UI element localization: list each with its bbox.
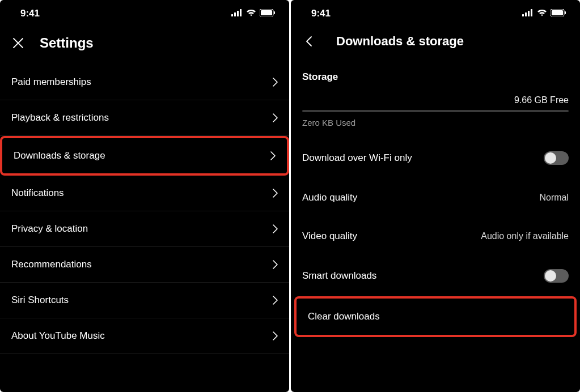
list-item-label: Paid memberships — [11, 76, 91, 88]
svg-rect-7 — [522, 14, 524, 16]
setting-smart-downloads[interactable]: Smart downloads — [291, 255, 580, 296]
list-item-label: Siri Shortcuts — [11, 295, 69, 306]
battery-icon — [260, 8, 276, 19]
settings-item-recommendations[interactable]: Recommendations — [0, 247, 289, 283]
svg-rect-9 — [528, 11, 530, 16]
status-bar: 9:41 — [291, 0, 580, 24]
chevron-right-icon — [272, 295, 278, 305]
storage-used: Zero KB Used — [291, 112, 580, 138]
svg-rect-10 — [531, 9, 532, 16]
toggle-knob — [545, 270, 556, 282]
page-title: Downloads & storage — [336, 34, 464, 49]
battery-icon — [551, 8, 566, 19]
wifi-icon — [246, 8, 256, 19]
setting-video-quality[interactable]: Video quality Audio only if available — [291, 217, 580, 255]
toggle-smart-downloads[interactable] — [544, 269, 569, 283]
list-item-label: Notifications — [11, 188, 64, 199]
setting-label: Video quality — [302, 231, 357, 242]
settings-item-playback-restrictions[interactable]: Playback & restrictions — [0, 100, 289, 136]
svg-rect-3 — [240, 9, 242, 16]
chevron-right-icon — [272, 224, 278, 234]
settings-screen: 9:41 Settings Paid memberships Playback … — [0, 0, 289, 392]
setting-label: Audio quality — [302, 192, 357, 203]
close-icon[interactable] — [11, 36, 25, 50]
setting-value: Audio only if available — [481, 231, 569, 241]
list-item-label: About YouTube Music — [11, 330, 105, 342]
status-bar: 9:41 — [0, 0, 289, 24]
settings-item-notifications[interactable]: Notifications — [0, 176, 289, 211]
chevron-right-icon — [272, 188, 278, 198]
chevron-right-icon — [272, 113, 278, 123]
status-indicators — [522, 8, 566, 19]
setting-label: Clear downloads — [308, 311, 380, 322]
svg-rect-8 — [525, 12, 527, 16]
svg-rect-13 — [565, 11, 566, 14]
settings-item-privacy-location[interactable]: Privacy & location — [0, 211, 289, 247]
storage-free: 9.66 GB Free — [291, 95, 580, 110]
downloads-header: Downloads & storage — [291, 24, 580, 61]
list-item-label: Playback & restrictions — [11, 112, 109, 123]
svg-rect-6 — [274, 11, 275, 14]
setting-download-wifi-only[interactable]: Download over Wi-Fi only — [291, 138, 580, 178]
chevron-right-icon — [272, 331, 278, 341]
svg-rect-12 — [552, 10, 563, 15]
status-time: 9:41 — [304, 8, 331, 19]
setting-value: Normal — [539, 193, 569, 203]
toggle-knob — [545, 152, 556, 164]
status-time: 9:41 — [14, 8, 40, 19]
highlight-clear-downloads: Clear downloads — [294, 296, 577, 337]
page-title: Settings — [40, 35, 94, 51]
svg-rect-1 — [234, 12, 236, 16]
list-item-label: Privacy & location — [11, 223, 88, 235]
settings-item-paid-memberships[interactable]: Paid memberships — [0, 65, 289, 100]
setting-audio-quality[interactable]: Audio quality Normal — [291, 178, 580, 217]
settings-list: Paid memberships Playback & restrictions… — [0, 65, 289, 354]
back-icon[interactable] — [302, 35, 316, 48]
cellular-icon — [231, 8, 243, 19]
setting-label: Smart downloads — [302, 270, 376, 282]
setting-clear-downloads[interactable]: Clear downloads — [297, 299, 574, 335]
downloads-storage-screen: 9:41 Downloads & storage Storage 9.66 GB… — [291, 0, 580, 392]
settings-item-downloads-storage[interactable]: Downloads & storage — [0, 136, 289, 176]
svg-rect-0 — [231, 14, 233, 16]
storage-section-title: Storage — [291, 61, 580, 95]
chevron-right-icon — [270, 151, 276, 161]
settings-item-siri-shortcuts[interactable]: Siri Shortcuts — [0, 283, 289, 318]
list-item-label: Recommendations — [11, 259, 92, 270]
setting-label: Download over Wi-Fi only — [302, 152, 412, 164]
chevron-right-icon — [272, 77, 278, 87]
chevron-right-icon — [272, 259, 278, 270]
wifi-icon — [537, 8, 547, 19]
settings-item-about-youtube-music[interactable]: About YouTube Music — [0, 318, 289, 354]
cellular-icon — [522, 8, 534, 19]
status-indicators — [231, 8, 276, 19]
toggle-wifi-only[interactable] — [544, 151, 569, 165]
svg-rect-5 — [261, 10, 272, 15]
list-item-label: Downloads & storage — [14, 150, 105, 161]
settings-header: Settings — [0, 24, 289, 65]
svg-rect-2 — [237, 11, 239, 16]
